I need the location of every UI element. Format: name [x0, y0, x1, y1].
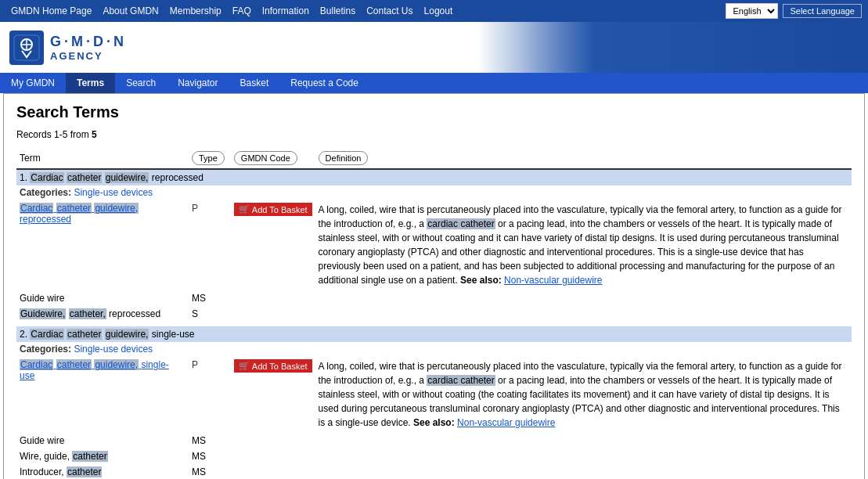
information-link[interactable]: Information: [258, 4, 314, 18]
related-basket-2b: [231, 448, 315, 464]
detail-def-cell-2: A long, coiled, wire that is percutaneou…: [315, 356, 852, 433]
basket-icon-1: 🛒: [239, 204, 250, 214]
related-row-2c: Introducer, catheter MS: [16, 464, 852, 479]
membership-link[interactable]: Membership: [165, 4, 226, 18]
see-also-link-2[interactable]: Non-vascular guidewire: [457, 417, 555, 428]
th-gmdn-code: GMDN Code: [231, 148, 315, 169]
detail-type-cell-1: P: [189, 200, 231, 290]
my-gmdn-link[interactable]: My GMDN: [0, 73, 66, 93]
related-term-2c: Introducer, catheter: [16, 464, 189, 479]
term-link-1[interactable]: Cardiac catheter guidewire, reprocessed: [20, 203, 139, 225]
gmdn-home-link[interactable]: GMDN Home Page: [6, 4, 96, 18]
related-basket-2a: [231, 433, 315, 448]
term-link-cardiac-1: Cardiac: [20, 203, 53, 214]
related-type-2c: MS: [189, 464, 231, 479]
about-gmdn-link[interactable]: About GMDN: [98, 4, 163, 18]
logout-link[interactable]: Logout: [420, 4, 458, 18]
basket-icon-2: 🛒: [239, 361, 250, 371]
term-highlight-catheter-1: catheter: [67, 172, 102, 183]
categories-label-2: Categories:: [20, 344, 71, 355]
related-row-1a: Guide wire MS: [16, 290, 852, 306]
faq-link[interactable]: FAQ: [228, 4, 256, 18]
terms-link[interactable]: Terms: [66, 73, 115, 93]
request-code-link[interactable]: Request a Code: [279, 73, 369, 93]
related-term-2b: Wire, guide, catheter: [16, 448, 189, 464]
add-basket-label-2: Add To Basket: [252, 362, 308, 371]
term-link-cardiac-2: Cardiac: [20, 359, 53, 370]
logo-background-decoration: [477, 22, 868, 73]
related-def-2b: [315, 448, 852, 464]
result-group-header-2: 2. Cardiac catheter guidewire, single-us…: [16, 326, 852, 342]
term-highlight-guidewire-1: guidewire,: [105, 172, 149, 183]
def-highlight-2: cardiac catheter: [427, 375, 495, 386]
logo-box: G·M·D·N AGENCY: [9, 31, 127, 65]
related-type-2b: MS: [189, 448, 231, 464]
result-num-2: 2.: [20, 329, 30, 340]
categories-cell-2: Categories: Single-use devices: [16, 342, 852, 356]
related-type-1a: MS: [189, 290, 231, 306]
related-def-2c: [315, 464, 852, 479]
related-term-1a: Guide wire: [16, 290, 189, 306]
type-header-badge: Type: [192, 151, 225, 165]
related-def-2a: [315, 433, 852, 448]
def-highlight-1: cardiac catheter: [427, 218, 495, 229]
search-link[interactable]: Search: [115, 73, 167, 93]
add-to-basket-button-1[interactable]: 🛒 Add To Basket: [234, 203, 312, 216]
language-select[interactable]: English: [726, 3, 778, 19]
navigator-link[interactable]: Navigator: [167, 73, 229, 93]
records-info: Records 1-5 from 5: [16, 129, 852, 140]
detail-def-cell-1: A long, coiled, wire that is percutaneou…: [315, 200, 852, 290]
records-info-text: Records 1-5 from: [16, 129, 92, 140]
related-def-1a: [315, 290, 852, 306]
top-nav-links: GMDN Home Page About GMDN Membership FAQ…: [6, 4, 457, 18]
language-selector-area: English Select Language: [726, 3, 862, 19]
th-definition: Definition: [315, 148, 852, 169]
term-highlight-cardiac-1: Cardiac: [30, 172, 63, 183]
term-link-guidewire-2: guidewire,: [94, 359, 139, 370]
logo-text: G·M·D·N AGENCY: [50, 34, 127, 62]
related-type-1b: S: [189, 306, 231, 322]
detail-basket-cell-1: 🛒 Add To Basket: [231, 200, 315, 290]
logo-icon: [9, 31, 44, 65]
categories-cell-1: Categories: Single-use devices: [16, 185, 852, 200]
contact-us-link[interactable]: Contact Us: [362, 4, 417, 18]
term-link-guidewire-1: guidewire,: [94, 203, 139, 214]
select-language-button[interactable]: Select Language: [783, 4, 862, 18]
term-link-2[interactable]: Cardiac catheter guidewire, single- use: [20, 359, 169, 381]
add-to-basket-button-2[interactable]: 🛒 Add To Basket: [234, 359, 312, 373]
categories-value-2: Single-use devices: [74, 344, 153, 355]
related-def-1b: [315, 306, 852, 322]
bulletins-link[interactable]: Bulletins: [315, 4, 360, 18]
basket-link[interactable]: Basket: [229, 73, 280, 93]
related-term-1b: Guidewire, catheter, reprocessed: [16, 306, 189, 322]
result-group-header-1: 1. Cardiac catheter guidewire, reprocess…: [16, 169, 852, 185]
related-basket-1a: [231, 290, 315, 306]
see-also-label-1: See also:: [460, 275, 502, 286]
related-row-2b: Wire, guide, catheter MS: [16, 448, 852, 464]
see-also-label-2: See also:: [413, 417, 455, 428]
term-highlight-guidewire-2: guidewire,: [105, 329, 149, 340]
gmdn-code-header-badge: GMDN Code: [234, 151, 297, 165]
page-title: Search Terms: [16, 103, 852, 121]
see-also-link-1[interactable]: Non-vascular guidewire: [504, 275, 602, 286]
term-link-rest-1: reprocessed: [20, 214, 71, 225]
r1b-h2: catheter,: [69, 308, 106, 319]
r1b-rest: reprocessed: [109, 308, 160, 319]
table-header-row: Term Type GMDN Code Definition: [16, 148, 852, 169]
related-row-2a: Guide wire MS: [16, 433, 852, 448]
content-border: Search Terms Records 1-5 from 5 Term Typ…: [3, 93, 865, 479]
detail-term-cell-1: Cardiac catheter guidewire, reprocessed: [16, 200, 189, 290]
term-highlight-cardiac-2: Cardiac: [30, 329, 63, 340]
records-count: 5: [92, 129, 97, 140]
term-rest-1: reprocessed: [152, 172, 203, 183]
related-row-1b: Guidewire, catheter, reprocessed S: [16, 306, 852, 322]
detail-basket-cell-2: 🛒 Add To Basket: [231, 356, 315, 433]
logo-area: G·M·D·N AGENCY: [0, 22, 868, 73]
top-navigation: GMDN Home Page About GMDN Membership FAQ…: [0, 0, 868, 22]
results-table: Term Type GMDN Code Definition 1. Cardia…: [16, 148, 852, 479]
result-group-header-cell-1: 1. Cardiac catheter guidewire, reprocess…: [16, 169, 852, 185]
add-basket-label-1: Add To Basket: [252, 205, 308, 214]
related-basket-2c: [231, 464, 315, 479]
term-link-catheter-1: catheter: [56, 203, 92, 214]
definition-text-1: A long, coiled, wire that is percutaneou…: [319, 204, 842, 286]
